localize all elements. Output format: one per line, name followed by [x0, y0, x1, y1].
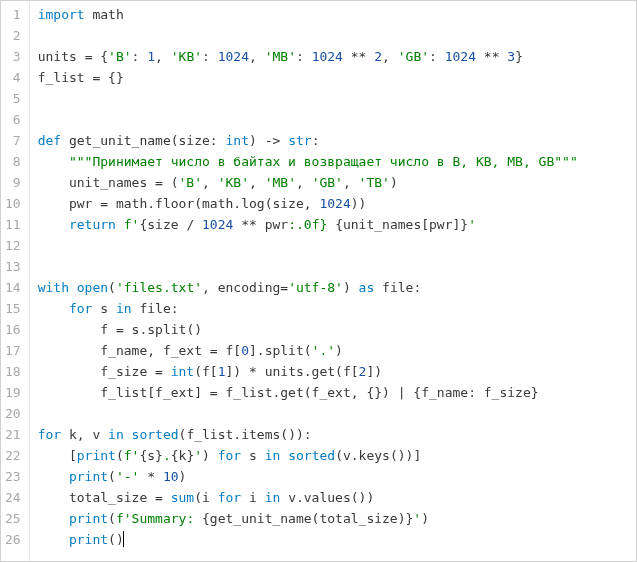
code-line[interactable]: """Принимает число в байтах и возвращает…	[38, 151, 636, 172]
line-number: 2	[5, 25, 21, 46]
code-token: 1	[218, 364, 226, 379]
code-line[interactable]	[38, 256, 636, 277]
code-token: =	[155, 175, 163, 190]
code-token: 1024	[312, 49, 343, 64]
code-token: ])	[366, 364, 382, 379]
code-token: ,	[249, 49, 265, 64]
code-token: s	[241, 448, 264, 463]
code-line[interactable]: f_name, f_ext = f[0].split('.')	[38, 340, 636, 361]
code-line[interactable]: print(f'Summary: {get_unit_name(total_si…	[38, 508, 636, 529]
code-token: )	[202, 448, 218, 463]
code-token: f_size	[38, 364, 155, 379]
line-number-gutter: 1234567891011121314151617181920212223242…	[1, 1, 30, 561]
code-token: sorted	[132, 427, 179, 442]
code-line[interactable]	[38, 235, 636, 256]
line-number: 6	[5, 109, 21, 130]
code-line[interactable]: for k, v in sorted(f_list.items()):	[38, 424, 636, 445]
code-editor[interactable]: 1234567891011121314151617181920212223242…	[0, 0, 637, 562]
code-token: file:	[374, 280, 421, 295]
code-token: f'	[124, 217, 140, 232]
code-token: in	[265, 448, 281, 463]
code-token: math.floor(math.log(size,	[108, 196, 319, 211]
code-token: 10	[163, 469, 179, 484]
code-line[interactable]: [print(f'{s}.{k}') for s in sorted(v.key…	[38, 445, 636, 466]
code-area[interactable]: import math units = {'B': 1, 'KB': 1024,…	[30, 1, 636, 561]
code-token: :	[429, 49, 445, 64]
code-token: 'MB'	[265, 49, 296, 64]
code-line[interactable]: unit_names = ('B', 'KB', 'MB', 'GB', 'TB…	[38, 172, 636, 193]
code-line[interactable]: with open('files.txt', encoding='utf-8')…	[38, 277, 636, 298]
code-line[interactable]: total_size = sum(i for i in v.values())	[38, 487, 636, 508]
code-token: (	[116, 448, 124, 463]
code-token	[38, 301, 69, 316]
code-token: {}	[100, 70, 123, 85]
code-line[interactable]	[38, 25, 636, 46]
line-number: 19	[5, 382, 21, 403]
code-token: *	[139, 469, 162, 484]
line-number: 24	[5, 487, 21, 508]
code-token	[163, 364, 171, 379]
code-token	[38, 532, 69, 547]
code-token: f[	[218, 343, 241, 358]
line-number: 16	[5, 319, 21, 340]
code-token: (	[108, 280, 116, 295]
code-line[interactable]: units = {'B': 1, 'KB': 1024, 'MB': 1024 …	[38, 46, 636, 67]
text-cursor	[123, 531, 124, 547]
code-token: (	[108, 469, 116, 484]
code-line[interactable]: print('-' * 10)	[38, 466, 636, 487]
code-token: (f_list.items()):	[179, 427, 312, 442]
code-token: :	[296, 49, 312, 64]
code-line[interactable]: f_list = {}	[38, 67, 636, 88]
code-token: 'GB'	[398, 49, 429, 64]
code-token: in	[265, 490, 281, 505]
code-line[interactable]: print()	[38, 529, 636, 550]
code-line[interactable]: return f'{size / 1024 ** pwr:.0f} {unit_…	[38, 214, 636, 235]
code-token: :	[312, 133, 320, 148]
code-line[interactable]	[38, 88, 636, 109]
line-number: 14	[5, 277, 21, 298]
code-token: 'utf-8'	[288, 280, 343, 295]
code-token: 3	[507, 49, 515, 64]
code-token: 'B'	[108, 49, 131, 64]
code-token: {get_unit_name(total_size)}	[202, 511, 413, 526]
code-token: pwr	[38, 196, 101, 211]
code-token: (size:	[171, 133, 226, 148]
line-number: 3	[5, 46, 21, 67]
code-token: **	[343, 49, 374, 64]
code-token: f	[38, 322, 116, 337]
code-token: ,	[202, 175, 218, 190]
code-token: ))	[351, 196, 367, 211]
code-token: 'KB'	[218, 175, 249, 190]
code-token: f'Summary:	[116, 511, 202, 526]
line-number: 21	[5, 424, 21, 445]
code-token: import	[38, 7, 85, 22]
line-number: 9	[5, 172, 21, 193]
code-token	[38, 469, 69, 484]
code-line[interactable]	[38, 403, 636, 424]
code-token: str	[288, 133, 311, 148]
code-token: with	[38, 280, 69, 295]
code-token: )	[179, 469, 187, 484]
code-token: {	[92, 49, 108, 64]
line-number: 12	[5, 235, 21, 256]
code-token: '	[194, 448, 202, 463]
code-token: i	[241, 490, 264, 505]
code-token: =	[210, 385, 218, 400]
code-token: """Принимает число в байтах и возвращает…	[69, 154, 578, 169]
line-number: 18	[5, 361, 21, 382]
code-token: v.values())	[280, 490, 374, 505]
code-token: 'files.txt'	[116, 280, 202, 295]
code-line[interactable]: f_size = int(f[1]) * units.get(f[2])	[38, 361, 636, 382]
code-line[interactable]: f = s.split()	[38, 319, 636, 340]
code-token: **	[476, 49, 507, 64]
code-line[interactable]: pwr = math.floor(math.log(size, 1024))	[38, 193, 636, 214]
code-token: .	[163, 448, 171, 463]
code-line[interactable]	[38, 109, 636, 130]
code-line[interactable]: import math	[38, 4, 636, 25]
code-token: ,	[202, 280, 218, 295]
code-line[interactable]: def get_unit_name(size: int) -> str:	[38, 130, 636, 151]
code-token: ,	[343, 175, 359, 190]
code-token: )	[335, 343, 343, 358]
code-line[interactable]: for s in file:	[38, 298, 636, 319]
code-line[interactable]: f_list[f_ext] = f_list.get(f_ext, {}) | …	[38, 382, 636, 403]
